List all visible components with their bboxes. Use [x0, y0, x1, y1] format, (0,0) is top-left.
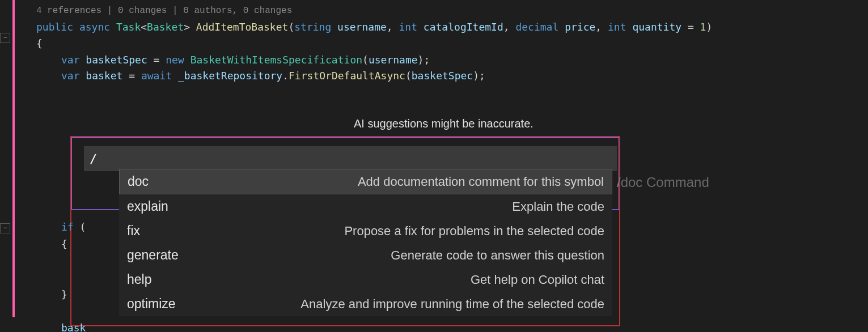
code-line[interactable]: var basketSpec = new BasketWithItemsSpec… [20, 52, 868, 69]
type-basket: Basket [147, 21, 184, 33]
method-name: AddItemToBasket [196, 21, 289, 33]
ai-suggestion-optimize[interactable]: optimize Analyze and improve running tim… [119, 292, 612, 316]
code-line[interactable]: } [20, 286, 86, 303]
slash-icon: / [617, 174, 621, 190]
code-line[interactable] [20, 269, 86, 286]
ai-suggestion-help[interactable]: help Get help on Copilot chat [119, 267, 612, 292]
ai-suggestion-fix[interactable]: fix Propose a fix for problems in the se… [119, 219, 612, 243]
ai-command-input[interactable]: / [84, 146, 617, 171]
code-area[interactable]: 4 references | 0 changes | 0 authors, 0 … [20, 0, 868, 84]
ai-suggestion-generate[interactable]: generate Generate code to answer this qu… [119, 243, 612, 267]
code-line[interactable] [20, 252, 86, 269]
code-line[interactable]: { [20, 236, 86, 253]
code-area-below[interactable]: if ( { } bask [20, 219, 86, 332]
type-task: Task [116, 21, 141, 33]
collapse-icon[interactable]: − [0, 223, 10, 233]
code-line[interactable]: bask [20, 320, 86, 332]
code-line[interactable]: var basket = await _basketRepository.Fir… [20, 68, 868, 84]
code-line[interactable] [20, 303, 86, 320]
collapse-icon[interactable]: − [0, 33, 10, 43]
gutter: − − [0, 0, 14, 332]
ai-suggestion-explain[interactable]: explain Explain the code [119, 194, 612, 219]
ai-selection-hint: /doc Command [617, 174, 709, 190]
ai-suggestion-doc[interactable]: doc Add documentation comment for this s… [119, 169, 612, 194]
code-line[interactable]: { [20, 36, 868, 52]
code-line[interactable]: public async Task<Basket> AddItemToBaske… [20, 19, 868, 36]
change-indicator [12, 0, 15, 317]
code-editor[interactable]: − − 4 references | 0 changes | 0 authors… [0, 0, 868, 332]
ai-warning-text: AI suggestions might be inaccurate. [354, 117, 533, 130]
keyword-public: public [36, 21, 73, 33]
codelens[interactable]: 4 references | 0 changes | 0 authors, 0 … [20, 0, 868, 19]
ai-suggestions-list: doc Add documentation comment for this s… [119, 169, 612, 316]
code-line[interactable]: if ( [20, 219, 86, 236]
keyword-async: async [79, 21, 110, 33]
